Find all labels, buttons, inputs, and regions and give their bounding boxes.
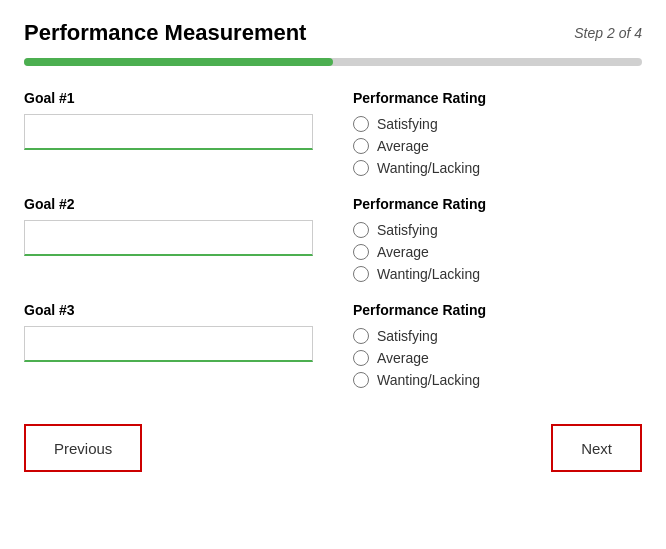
radio-group-2: SatisfyingAverageWanting/Lacking <box>353 222 642 282</box>
rating-right-3: Performance RatingSatisfyingAverageWanti… <box>353 302 642 388</box>
radio-group-3: SatisfyingAverageWanting/Lacking <box>353 328 642 388</box>
page-title: Performance Measurement <box>24 20 306 46</box>
progress-bar-container <box>24 58 642 66</box>
goal-row-3: Goal #3Performance RatingSatisfyingAvera… <box>24 302 642 388</box>
goal-left-1: Goal #1 <box>24 90 313 150</box>
radio-item-3-3[interactable]: Wanting/Lacking <box>353 372 642 388</box>
radio-label-2-3: Wanting/Lacking <box>377 266 480 282</box>
radio-item-1-1[interactable]: Satisfying <box>353 116 642 132</box>
radio-item-3-2[interactable]: Average <box>353 350 642 366</box>
radio-input-1-2[interactable] <box>353 138 369 154</box>
goal-label-3: Goal #3 <box>24 302 313 318</box>
radio-item-2-1[interactable]: Satisfying <box>353 222 642 238</box>
radio-input-2-3[interactable] <box>353 266 369 282</box>
goal-input-2[interactable] <box>24 220 313 256</box>
progress-bar-fill <box>24 58 333 66</box>
radio-input-2-2[interactable] <box>353 244 369 260</box>
radio-item-2-3[interactable]: Wanting/Lacking <box>353 266 642 282</box>
radio-input-2-1[interactable] <box>353 222 369 238</box>
goal-row-2: Goal #2Performance RatingSatisfyingAvera… <box>24 196 642 282</box>
radio-label-2-2: Average <box>377 244 429 260</box>
goal-label-2: Goal #2 <box>24 196 313 212</box>
radio-input-3-2[interactable] <box>353 350 369 366</box>
radio-label-1-2: Average <box>377 138 429 154</box>
rating-label-1: Performance Rating <box>353 90 642 106</box>
goal-row-1: Goal #1Performance RatingSatisfyingAvera… <box>24 90 642 176</box>
rating-label-2: Performance Rating <box>353 196 642 212</box>
radio-label-1-1: Satisfying <box>377 116 438 132</box>
radio-label-1-3: Wanting/Lacking <box>377 160 480 176</box>
radio-label-3-2: Average <box>377 350 429 366</box>
step-label: Step 2 of 4 <box>574 25 642 41</box>
radio-label-2-1: Satisfying <box>377 222 438 238</box>
rating-right-1: Performance RatingSatisfyingAverageWanti… <box>353 90 642 176</box>
radio-input-1-1[interactable] <box>353 116 369 132</box>
previous-button[interactable]: Previous <box>24 424 142 472</box>
radio-input-3-1[interactable] <box>353 328 369 344</box>
radio-input-3-3[interactable] <box>353 372 369 388</box>
goal-left-2: Goal #2 <box>24 196 313 256</box>
goal-input-3[interactable] <box>24 326 313 362</box>
radio-group-1: SatisfyingAverageWanting/Lacking <box>353 116 642 176</box>
next-button[interactable]: Next <box>551 424 642 472</box>
radio-item-2-2[interactable]: Average <box>353 244 642 260</box>
footer: Previous Next <box>24 424 642 472</box>
radio-item-1-2[interactable]: Average <box>353 138 642 154</box>
radio-label-3-1: Satisfying <box>377 328 438 344</box>
goals-section: Goal #1Performance RatingSatisfyingAvera… <box>24 90 642 388</box>
radio-item-3-1[interactable]: Satisfying <box>353 328 642 344</box>
goal-label-1: Goal #1 <box>24 90 313 106</box>
goal-left-3: Goal #3 <box>24 302 313 362</box>
radio-item-1-3[interactable]: Wanting/Lacking <box>353 160 642 176</box>
rating-label-3: Performance Rating <box>353 302 642 318</box>
radio-input-1-3[interactable] <box>353 160 369 176</box>
radio-label-3-3: Wanting/Lacking <box>377 372 480 388</box>
rating-right-2: Performance RatingSatisfyingAverageWanti… <box>353 196 642 282</box>
goal-input-1[interactable] <box>24 114 313 150</box>
